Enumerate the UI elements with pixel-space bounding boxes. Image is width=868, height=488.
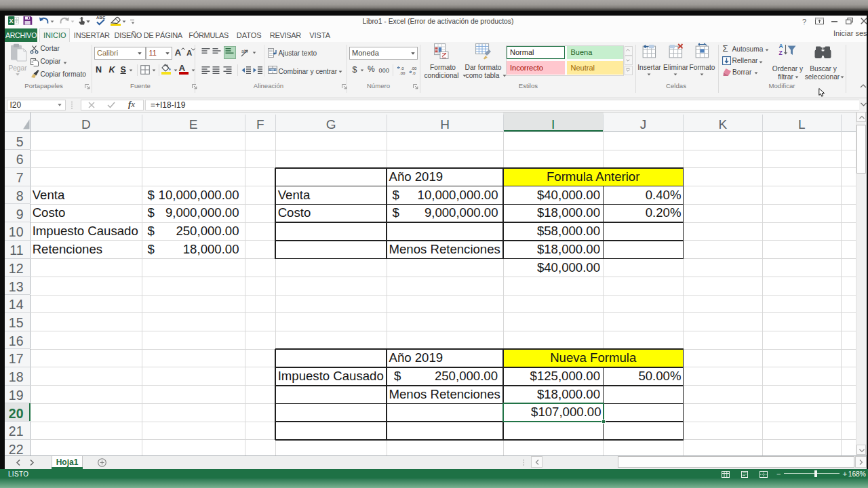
svg-text:.0: .0 bbox=[412, 70, 416, 75]
svg-text:.0: .0 bbox=[400, 66, 404, 70]
svg-text:.00: .00 bbox=[411, 66, 417, 70]
svg-text:.00: .00 bbox=[399, 70, 406, 75]
svg-text:X: X bbox=[9, 17, 14, 24]
svg-text:ab: ab bbox=[241, 49, 247, 54]
